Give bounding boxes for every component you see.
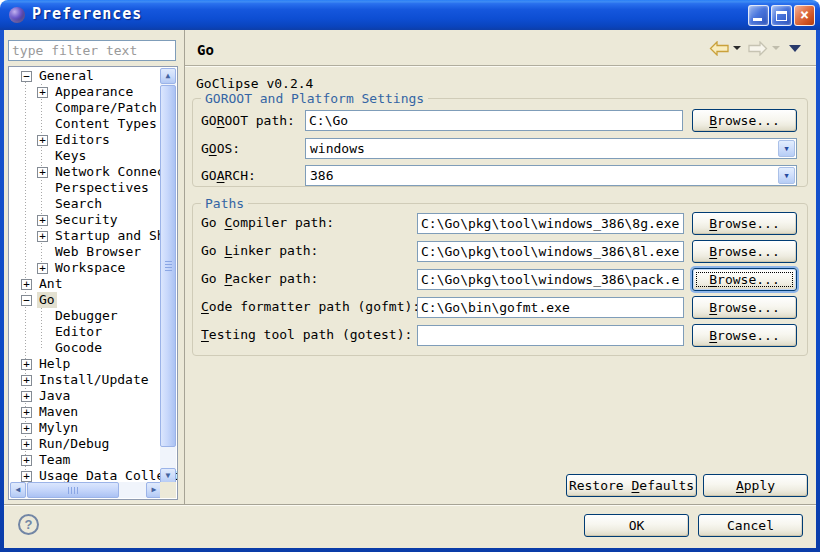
tree-item-appearance[interactable]: +Appearance <box>10 84 178 100</box>
forward-arrow-icon[interactable] <box>748 41 768 56</box>
collapse-icon[interactable]: − <box>21 71 32 82</box>
goroot-browse-button[interactable]: Browse... <box>692 109 797 132</box>
expand-icon[interactable]: + <box>37 135 48 146</box>
code-formatter-path-label: Code formatter path (gofmt): <box>201 300 420 314</box>
tree-item-security[interactable]: +Security <box>10 212 178 228</box>
expand-icon[interactable]: + <box>37 87 48 98</box>
tree-item-label: Debugger <box>53 308 120 324</box>
tree-item-startup-and-shu[interactable]: +Startup and Shu <box>10 228 178 244</box>
go-packer-browse-button[interactable]: Browse... <box>692 268 797 291</box>
chevron-down-icon[interactable]: ▾ <box>778 167 795 184</box>
go-compiler-path-input[interactable] <box>417 213 684 234</box>
testing-tool-path-input[interactable] <box>417 325 684 346</box>
restore-defaults-button[interactable]: Restore Defaults <box>566 474 697 497</box>
titlebar[interactable]: Preferences × <box>0 0 820 30</box>
go-packer-path-label: Go Packer path: <box>201 272 318 286</box>
code-formatter-path-input[interactable] <box>417 297 684 318</box>
help-button[interactable]: ? <box>18 514 39 535</box>
forward-history-menu-icon[interactable] <box>772 46 780 50</box>
tree-item-network-connect[interactable]: +Network Connect <box>10 164 178 180</box>
expand-icon[interactable]: + <box>37 231 48 242</box>
vertical-scroll-thumb[interactable] <box>160 85 176 447</box>
code-formatter-browse-button[interactable]: Browse... <box>692 296 797 319</box>
tree-vertical-scrollbar[interactable]: ▲ ▼ <box>160 68 176 484</box>
tree-item-label: Team <box>37 452 72 468</box>
expand-icon[interactable]: + <box>21 279 32 290</box>
expand-icon[interactable]: + <box>21 375 32 386</box>
expand-icon[interactable]: + <box>21 407 32 418</box>
tree-item-label: Startup and Shu <box>53 228 174 244</box>
horizontal-scroll-thumb[interactable] <box>27 482 119 498</box>
tree-item-label: Run/Debug <box>37 436 111 452</box>
tree-item-editors[interactable]: +Editors <box>10 132 178 148</box>
tree-item-go[interactable]: −Go <box>10 292 178 308</box>
expand-icon[interactable]: + <box>37 263 48 274</box>
back-history-menu-icon[interactable] <box>733 46 741 50</box>
tree-item-perspectives[interactable]: Perspectives <box>10 180 178 196</box>
expand-icon[interactable]: + <box>21 455 32 466</box>
expand-icon[interactable]: + <box>21 439 32 450</box>
tree-item-label: Security <box>53 212 120 228</box>
expand-icon[interactable]: + <box>21 423 32 434</box>
tree-item-debugger[interactable]: Debugger <box>10 308 178 324</box>
expand-icon[interactable]: + <box>37 167 48 178</box>
tree-item-compare-patch[interactable]: Compare/Patch <box>10 100 178 116</box>
tree-item-content-types[interactable]: Content Types <box>10 116 178 132</box>
cancel-button[interactable]: Cancel <box>698 514 803 537</box>
tree-item-gocode[interactable]: Gocode <box>10 340 178 356</box>
ok-button[interactable]: OK <box>584 514 689 537</box>
scroll-up-icon: ▲ <box>166 72 171 80</box>
tree-item-search[interactable]: Search <box>10 196 178 212</box>
tree-item-java[interactable]: +Java <box>10 388 178 404</box>
tree-item-ant[interactable]: +Ant <box>10 276 178 292</box>
goos-select[interactable]: windows ▾ <box>305 138 797 159</box>
expand-icon[interactable]: + <box>21 391 32 402</box>
tree-item-label: Go <box>37 292 57 308</box>
scroll-left-button[interactable]: ◀ <box>10 482 26 498</box>
tree-item-label: Web Browser <box>53 244 143 260</box>
tree-item-label: Mylyn <box>37 420 80 436</box>
minimize-button[interactable] <box>748 5 769 26</box>
collapse-icon[interactable]: − <box>21 295 32 306</box>
testing-tool-browse-button[interactable]: Browse... <box>692 324 797 347</box>
scroll-right-icon: ▶ <box>152 486 157 494</box>
go-compiler-browse-button[interactable]: Browse... <box>692 212 797 235</box>
tree-item-mylyn[interactable]: +Mylyn <box>10 420 178 436</box>
goroot-path-label: GOROOT path: <box>201 114 295 128</box>
filter-input[interactable] <box>8 40 176 61</box>
goroot-path-input[interactable] <box>305 110 683 131</box>
group-title: Paths <box>201 196 248 211</box>
tree-item-web-browser[interactable]: Web Browser <box>10 244 178 260</box>
go-packer-path-input[interactable] <box>417 269 684 290</box>
scroll-down-icon: ▼ <box>166 472 171 480</box>
tree-item-label: Editors <box>53 132 112 148</box>
thumb-grip-icon <box>165 261 172 271</box>
goarch-select[interactable]: 386 ▾ <box>305 165 797 186</box>
chevron-down-icon[interactable]: ▾ <box>778 140 795 157</box>
go-linker-path-input[interactable] <box>417 241 684 262</box>
thumb-grip-icon <box>68 487 78 494</box>
tree-item-help[interactable]: +Help <box>10 356 178 372</box>
tree-item-team[interactable]: +Team <box>10 452 178 468</box>
expand-icon[interactable]: + <box>21 471 32 482</box>
expand-icon[interactable]: + <box>21 359 32 370</box>
tree-item-install-update[interactable]: +Install/Update <box>10 372 178 388</box>
tree-item-editor[interactable]: Editor <box>10 324 178 340</box>
goos-value: windows <box>310 141 365 156</box>
scrollbar-corner <box>160 482 176 498</box>
tree-horizontal-scrollbar[interactable]: ◀ ▶ <box>10 482 162 498</box>
apply-button[interactable]: Apply <box>703 474 808 497</box>
view-menu-icon[interactable] <box>789 45 801 52</box>
tree-item-label: General <box>37 68 96 84</box>
tree-item-workspace[interactable]: +Workspace <box>10 260 178 276</box>
maximize-button[interactable] <box>771 5 792 26</box>
tree-item-keys[interactable]: Keys <box>10 148 178 164</box>
expand-icon[interactable]: + <box>37 215 48 226</box>
scroll-up-button[interactable]: ▲ <box>160 68 176 84</box>
tree-item-maven[interactable]: +Maven <box>10 404 178 420</box>
tree-item-general[interactable]: −General <box>10 68 178 84</box>
close-button[interactable]: × <box>794 5 815 26</box>
go-linker-browse-button[interactable]: Browse... <box>692 240 797 263</box>
back-arrow-icon[interactable] <box>709 41 729 56</box>
tree-item-run-debug[interactable]: +Run/Debug <box>10 436 178 452</box>
